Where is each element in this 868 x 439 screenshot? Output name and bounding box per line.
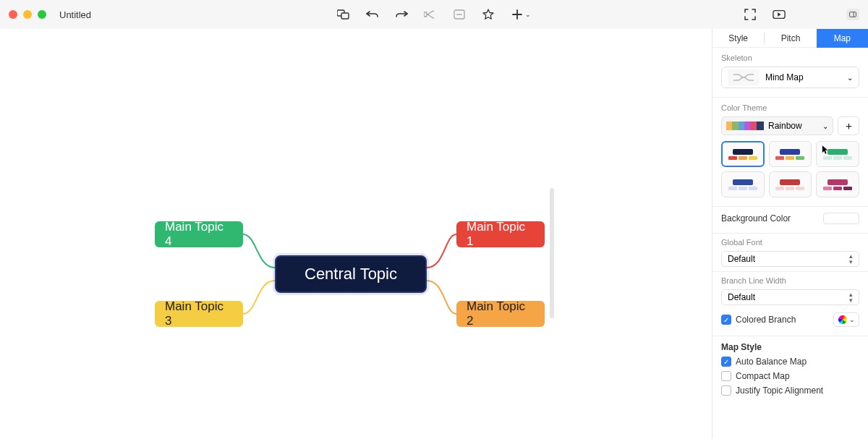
star-icon[interactable] bbox=[482, 9, 495, 20]
section-background: Background Color bbox=[712, 207, 868, 234]
summary-icon[interactable] bbox=[453, 9, 466, 20]
scrollbar[interactable] bbox=[550, 188, 554, 318]
main-topic-3[interactable]: Main Topic 3 bbox=[155, 301, 243, 327]
color-wheel-icon bbox=[838, 315, 847, 324]
canvas[interactable]: Central Topic Main Topic 1 Main Topic 2 … bbox=[0, 29, 712, 439]
mindmap-shape-icon bbox=[728, 69, 760, 85]
tab-pitch[interactable]: Pitch bbox=[765, 29, 816, 48]
label-color-theme: Color Theme bbox=[721, 103, 859, 112]
maximize-window[interactable] bbox=[38, 10, 46, 19]
main-topic-4[interactable]: Main Topic 4 bbox=[155, 221, 243, 247]
central-topic[interactable]: Central Topic bbox=[275, 255, 427, 293]
branch-width-select[interactable]: Default ▴▾ bbox=[721, 289, 859, 305]
section-global-font: Global Font Default ▴▾ bbox=[712, 234, 868, 272]
theme-preset-6[interactable] bbox=[816, 171, 859, 197]
document-title: Untitled bbox=[59, 9, 91, 20]
color-theme-select[interactable]: Rainbow ⌄ bbox=[721, 116, 833, 135]
global-font-select[interactable]: Default ▴▾ bbox=[721, 251, 859, 267]
insert-dropdown[interactable]: ⌄ bbox=[511, 9, 531, 20]
main-topic-1[interactable]: Main Topic 1 bbox=[456, 221, 545, 247]
label-skeleton: Skeleton bbox=[721, 54, 859, 62]
svg-rect-2 bbox=[424, 12, 427, 17]
section-skeleton: Skeleton Mind Map ⌄ bbox=[712, 48, 868, 98]
undo-icon[interactable] bbox=[366, 9, 379, 20]
window-controls bbox=[9, 10, 46, 19]
skeleton-value: Mind Map bbox=[765, 72, 804, 82]
label-auto-balance: Auto Balance Map bbox=[736, 357, 807, 367]
plus-icon bbox=[511, 9, 524, 20]
theme-preset-3[interactable] bbox=[816, 141, 859, 167]
fullscreen-icon[interactable] bbox=[744, 9, 757, 20]
svg-rect-6 bbox=[850, 12, 856, 17]
theme-preset-1[interactable] bbox=[721, 141, 765, 167]
label-justify: Justify Topic Alignment bbox=[736, 385, 823, 396]
add-color-theme-button[interactable]: ＋ bbox=[838, 116, 859, 135]
label-colored-branch: Colored Branch bbox=[736, 315, 796, 325]
label-background: Background Color bbox=[721, 213, 791, 223]
background-color-swatch[interactable] bbox=[823, 213, 859, 224]
main-topic-2[interactable]: Main Topic 2 bbox=[456, 301, 545, 327]
relationship-icon[interactable] bbox=[424, 9, 437, 20]
stepper-icon: ▴▾ bbox=[849, 291, 853, 303]
chevron-down-icon: ⌄ bbox=[822, 122, 828, 130]
stepper-icon: ▴▾ bbox=[849, 253, 853, 265]
topic-icon[interactable] bbox=[337, 9, 350, 20]
section-map-style: Map Style ✓ Auto Balance Map Compact Map… bbox=[712, 336, 868, 404]
titlebar: Untitled ⌄ bbox=[0, 0, 868, 29]
justify-alignment-checkbox[interactable] bbox=[721, 385, 731, 396]
play-icon[interactable] bbox=[773, 9, 786, 20]
chevron-down-icon: ⌄ bbox=[849, 316, 855, 323]
close-window[interactable] bbox=[9, 10, 17, 19]
colored-branch-checkbox[interactable]: ✓ bbox=[721, 315, 731, 325]
panel-toggle-icon[interactable] bbox=[846, 9, 859, 20]
heading-map-style: Map Style bbox=[721, 342, 859, 352]
chevron-down-icon: ⌄ bbox=[525, 11, 531, 18]
chevron-down-icon: ⌄ bbox=[847, 74, 853, 82]
branch-color-picker[interactable]: ⌄ bbox=[833, 312, 859, 327]
rainbow-swatch-icon bbox=[726, 122, 764, 130]
tab-map[interactable]: Map bbox=[817, 29, 868, 48]
section-branch-width: Branch Line Width Default ▴▾ ✓ Colored B… bbox=[712, 272, 868, 336]
panel-tabs: Style Pitch Map bbox=[712, 29, 868, 48]
section-color-theme: Color Theme Rainbow ⌄ ＋ bbox=[712, 98, 868, 207]
color-theme-value: Rainbow bbox=[768, 121, 802, 131]
label-global-font: Global Font bbox=[721, 238, 859, 247]
theme-preset-4[interactable] bbox=[721, 171, 765, 197]
label-branch-width: Branch Line Width bbox=[721, 276, 859, 285]
branch-lines bbox=[0, 29, 712, 439]
branch-width-value: Default bbox=[728, 292, 755, 302]
theme-preset-2[interactable] bbox=[769, 141, 812, 167]
toolbar-center: ⌄ bbox=[337, 9, 531, 20]
tab-style[interactable]: Style bbox=[712, 29, 764, 48]
format-panel: Style Pitch Map Skeleton Mind Map ⌄ Colo… bbox=[712, 29, 868, 439]
compact-map-checkbox[interactable] bbox=[721, 371, 731, 381]
toolbar-right bbox=[744, 9, 859, 20]
svg-rect-1 bbox=[341, 13, 349, 19]
global-font-value: Default bbox=[728, 254, 755, 264]
label-compact-map: Compact Map bbox=[736, 371, 790, 381]
theme-presets bbox=[721, 141, 859, 197]
skeleton-select[interactable]: Mind Map ⌄ bbox=[721, 67, 859, 88]
redo-icon[interactable] bbox=[395, 9, 408, 20]
theme-preset-5[interactable] bbox=[769, 171, 812, 197]
auto-balance-checkbox[interactable]: ✓ bbox=[721, 357, 731, 367]
minimize-window[interactable] bbox=[23, 10, 32, 19]
